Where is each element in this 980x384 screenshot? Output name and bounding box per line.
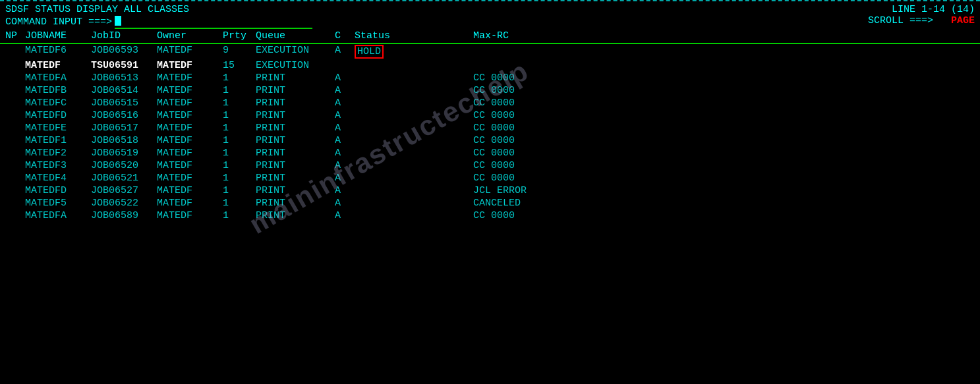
cell-queue: PRINT [256,160,335,171]
command-label: COMMAND INPUT ===> [5,16,112,28]
cell-np [5,210,25,221]
cell-jobname: MATEDFD [25,185,91,196]
cell-maxrc: CC 0000 [473,160,579,171]
cell-status [355,85,473,96]
cell-c: A [335,148,355,159]
cell-jobname: MATEDFA [25,72,91,84]
table-row[interactable]: MATEDF1JOB06518MATEDF1PRINTACC 0000 [5,134,975,147]
table-row[interactable]: MATEDFCJOB06515MATEDF1PRINTACC 0000 [5,97,975,109]
cell-status [355,110,473,121]
cell-queue: PRINT [256,135,335,146]
cell-jobid: JOB06521 [91,173,157,184]
table-row[interactable]: MATEDFTSU06591MATEDF15EXECUTION [5,59,975,72]
cell-prty: 1 [223,185,256,196]
cell-prty: 1 [223,72,256,84]
cell-c: A [335,85,355,96]
cell-np [5,85,25,96]
col-maxrc: Max-RC [473,30,579,41]
cell-maxrc: CC 0000 [473,97,579,109]
cell-c [335,60,355,71]
table-row[interactable]: MATEDF4JOB06521MATEDF1PRINTACC 0000 [5,172,975,184]
cell-owner: MATEDF [157,160,223,171]
cell-owner: MATEDF [157,210,223,221]
cell-c: A [335,173,355,184]
cell-owner: MATEDF [157,72,223,84]
cell-jobid: JOB06522 [91,198,157,209]
cell-maxrc: CC 0000 [473,72,579,84]
cell-maxrc [473,60,579,71]
table-row[interactable]: MATEDFDJOB06527MATEDF1PRINTAJCL ERROR [5,184,975,197]
cell-maxrc: CC 0000 [473,173,579,184]
cell-prty: 1 [223,135,256,146]
cell-queue: PRINT [256,173,335,184]
cell-jobid: JOB06516 [91,110,157,121]
cell-owner: MATEDF [157,198,223,209]
cell-status [355,148,473,159]
cell-status [355,72,473,84]
table-row[interactable]: MATEDF6JOB06593MATEDF9EXECUTIONAHOLD [5,44,975,59]
cell-jobname: MATEDFE [25,123,91,134]
cell-c: A [335,45,355,59]
cell-queue: EXECUTION [256,45,335,59]
cell-jobid: JOB06527 [91,185,157,196]
cell-np [5,173,25,184]
cell-owner: MATEDF [157,60,223,71]
cell-jobid: JOB06513 [91,72,157,84]
cell-prty: 1 [223,110,256,121]
cell-np [5,110,25,121]
table-row[interactable]: MATEDFBJOB06514MATEDF1PRINTACC 0000 [5,84,975,97]
command-input-area: COMMAND INPUT ===> [5,15,312,29]
cell-prty: 1 [223,123,256,134]
cell-jobname: MATEDF [25,60,91,71]
cell-jobname: MATEDF4 [25,173,91,184]
cell-queue: EXECUTION [256,60,335,71]
cell-np [5,60,25,71]
col-jobname: JOBNAME [25,30,91,41]
cell-jobid: JOB06593 [91,45,157,59]
cell-owner: MATEDF [157,85,223,96]
table-row[interactable]: MATEDFEJOB06517MATEDF1PRINTACC 0000 [5,122,975,134]
cell-maxrc [473,45,579,59]
cell-np [5,198,25,209]
table-row[interactable]: MATEDF5JOB06522MATEDF1PRINTACANCELED [5,197,975,209]
cell-maxrc: JCL ERROR [473,185,579,196]
cell-jobid: JOB06520 [91,160,157,171]
cell-status: HOLD [355,45,473,59]
cell-jobname: MATEDF2 [25,148,91,159]
cell-queue: PRINT [256,97,335,109]
terminal-screen: SDSF STATUS DISPLAY ALL CLASSES LINE 1-1… [0,0,980,384]
cell-queue: PRINT [256,72,335,84]
cell-owner: MATEDF [157,45,223,59]
col-queue: Queue [256,30,335,41]
col-owner: Owner [157,30,223,41]
cell-jobid: JOB06514 [91,85,157,96]
cell-np [5,45,25,59]
table-row[interactable]: MATEDFDJOB06516MATEDF1PRINTACC 0000 [5,109,975,122]
header-row2: COMMAND INPUT ===> SCROLL ===> PAGE [0,15,980,29]
col-np: NP [5,30,25,41]
table-row[interactable]: MATEDF2JOB06519MATEDF1PRINTACC 0000 [5,147,975,159]
cell-maxrc: CANCELED [473,198,579,209]
cell-c: A [335,135,355,146]
cell-jobname: MATEDFB [25,85,91,96]
cell-owner: MATEDF [157,135,223,146]
table-row[interactable]: MATEDF3JOB06520MATEDF1PRINTACC 0000 [5,159,975,172]
cell-owner: MATEDF [157,185,223,196]
title-text: SDSF STATUS DISPLAY ALL CLASSES [5,4,189,15]
cell-jobname: MATEDF5 [25,198,91,209]
command-input-field[interactable] [115,15,312,29]
cell-np [5,72,25,84]
col-status: Status [355,30,473,41]
cell-prty: 1 [223,148,256,159]
scroll-label: SCROLL ===> [868,15,933,26]
cell-prty: 15 [223,60,256,71]
table-row[interactable]: MATEDFAJOB06589MATEDF1PRINTACC 0000 [5,209,975,222]
cell-queue: PRINT [256,185,335,196]
cell-prty: 1 [223,160,256,171]
cell-prty: 1 [223,198,256,209]
cell-c: A [335,72,355,84]
cell-status [355,123,473,134]
cell-np [5,185,25,196]
table-row[interactable]: MATEDFAJOB06513MATEDF1PRINTACC 0000 [5,72,975,84]
cell-owner: MATEDF [157,97,223,109]
